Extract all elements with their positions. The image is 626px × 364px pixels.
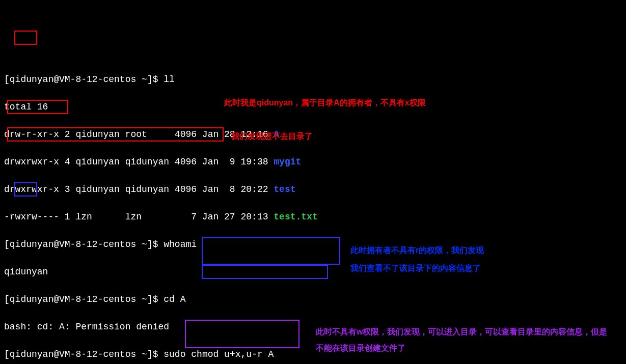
- dir-mygit: mygit: [274, 157, 301, 167]
- highlight-box-perm-rw: [14, 31, 37, 45]
- annotation-red-2: 我们发现进不去目录了: [231, 130, 313, 143]
- ls-row: drw-r-xr-x 2 qidunyan root 4096 Jan 28 1…: [4, 128, 622, 142]
- ls-row: drwxrwxr-x 4 qidunyan qidunyan 4096 Jan …: [4, 155, 622, 169]
- dir-test: test: [274, 184, 295, 194]
- output-line: qidunyan: [4, 265, 622, 279]
- annotation-red-1: 此时我是qidunyan，属于目录A的拥有者，不具有x权限: [224, 97, 530, 109]
- prompt-line: [qidunyan@VM-8-12-centos ~]$ ll: [4, 73, 622, 87]
- prompt-line: [qidunyan@VM-8-12-centos ~]$ cd A: [4, 293, 622, 306]
- ls-row: drwxrwxr-x 3 qidunyan qidunyan 4096 Jan …: [4, 183, 622, 197]
- file-testtxt: test.txt: [274, 212, 317, 222]
- annotation-blue-1: 此时拥有者不具有r的权限，我们发现我们查看不了该目录下的内容信息了: [350, 241, 488, 277]
- ls-row: -rwxrw---- 1 lzn lzn 7 Jan 27 20:13 test…: [4, 210, 622, 224]
- annotation-purple-1: 此时不具有w权限，我们发现，可以进入目录，可以查看目录里的内容信息，但是不能在该…: [316, 324, 611, 356]
- prompt-line: [qidunyan@VM-8-12-centos ~]$ whoami: [4, 238, 622, 251]
